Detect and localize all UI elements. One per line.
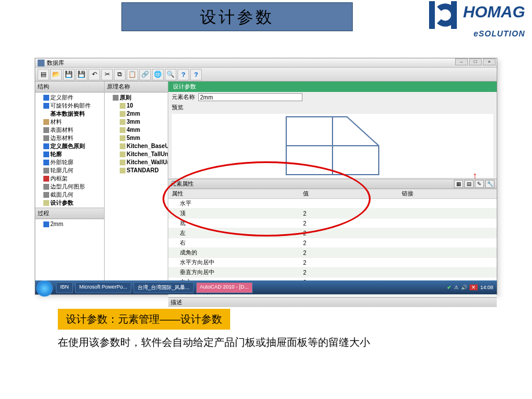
link-icon[interactable]: 🔗 [139,69,151,80]
start-button[interactable] [36,280,53,297]
preview-label: 预览 [172,104,183,112]
tree-item[interactable]: 边型几何图形 [43,183,103,191]
help2-icon[interactable]: ? [190,69,202,80]
tree-item[interactable]: 10 [120,102,167,110]
paste-icon[interactable]: 📋 [127,69,138,80]
maximize-button[interactable]: □ [469,58,482,65]
tree-item[interactable]: 可旋转外购部件 [43,102,103,110]
help-icon[interactable]: ? [178,69,189,80]
grid-btn-1[interactable]: ▦ [454,180,463,188]
tree-item[interactable]: 设计参数 [43,199,103,207]
tree-icon [43,127,49,133]
slide-description: 在使用该参数时，软件会自动给定产品门板或抽屉面板等的留缝大小 [58,335,370,349]
homag-logo-icon [429,1,457,29]
tree-item[interactable]: 外部轮廓 [43,158,103,167]
tree-icon [43,111,49,117]
tree-item[interactable]: STANDARD [120,167,167,175]
tree-item[interactable]: 轮廓几何 [43,167,103,175]
titlebar: 数据库 – □ × [35,58,497,68]
tree-item[interactable]: 截面几何 [43,191,103,199]
structure-tree[interactable]: 定义部件可旋转外购部件基本数据资料材料表面材料边形材料定义颜色原则轮廓外部轮廓轮… [35,93,104,208]
tree-icon [43,135,49,141]
tree-root[interactable]: 原则102mm3mm4mm5mmKitchen_BaseUnitsKitchen… [113,94,167,175]
new-icon[interactable]: ▤ [38,69,49,80]
design-param-tab[interactable]: 设计参数 [168,82,497,92]
tree-icon [43,176,49,182]
element-name-input[interactable] [198,93,302,101]
taskbar: IBNMicrosoft PowerPo...台湾_台湾国际_风暴...Auto… [35,280,497,294]
grid-btn-3[interactable]: ✎ [475,180,484,188]
tray-close-icon: ✕ [470,285,478,290]
tree-icon [43,95,49,101]
close-button[interactable]: × [483,58,496,65]
tree-item[interactable]: 定义部件 [43,94,103,102]
rule-tree[interactable]: 原则102mm3mm4mm5mmKitchen_BaseUnitsKitchen… [105,93,168,294]
desc-header: 描述 [168,297,497,307]
tray-check-icon: ✔ [447,285,452,290]
tree-item[interactable]: 2mm [43,220,103,228]
undo-icon[interactable]: ↶ [88,69,100,80]
taskbar-app[interactable]: AutoCAD 2010 - [D... [196,282,253,293]
table-row[interactable]: 右2 [168,238,497,248]
table-row[interactable]: 左2 [168,228,497,238]
middle-column: 原理名称 原则102mm3mm4mm5mmKitchen_BaseUnitsKi… [105,82,168,294]
tree-item[interactable]: 3mm [120,118,167,126]
tree-item[interactable]: 定义颜色原则 [43,142,103,150]
toolbar: ▤ 📂 💾 💾 ↶ ✂ ⧉ 📋 🔗 🌐 🔍 ? ? [35,68,497,82]
table-row[interactable]: 水平方向居中2 [168,258,497,268]
slide-title: 设计参数 [121,2,353,31]
app-icon [38,60,45,66]
tree-icon [120,135,125,141]
tree-item[interactable]: 2mm [120,110,167,118]
system-tray[interactable]: ✔ ⚠ 🔊 ✕ 14:08 [447,285,497,290]
tree-item[interactable]: 基本数据资料 [43,110,103,118]
preview-shape-icon [283,114,382,178]
search-icon[interactable]: 🔍 [165,69,176,80]
world-icon[interactable]: 🌐 [152,69,164,80]
table-row[interactable]: 垂直方向居中2 [168,268,497,278]
saveall-icon[interactable]: 💾 [76,69,87,80]
tree-icon [43,119,49,125]
minimize-button[interactable]: – [455,58,468,65]
yellow-box: 设计参数：元素管理——设计参数 [58,309,230,330]
tree-item[interactable]: 材料 [43,118,103,126]
tree-icon [43,168,49,173]
right-column: 设计参数 元素名称 预览 ↑ 元素属性 ▦ ▤ ✎ 🔧 [168,82,497,294]
tree-icon [43,152,49,157]
table-row[interactable]: 顶2 [168,209,497,219]
tree-item[interactable]: 内框架 [43,175,103,183]
tree-item[interactable]: 轮廓 [43,150,103,158]
col-value: 值 [300,189,398,199]
open-icon[interactable]: 📂 [50,69,62,80]
taskbar-app[interactable]: IBN [56,282,73,293]
tree-icon [120,152,125,157]
tree-item[interactable]: 边形材料 [43,134,103,142]
copy-icon[interactable]: ⧉ [114,69,125,80]
table-row[interactable]: 底2 [168,219,497,228]
preview-area: ↑ [172,114,493,178]
taskbar-app[interactable]: Microsoft PowerPo... [75,282,131,293]
table-row[interactable]: 水平 [168,199,497,209]
red-arrow-icon: ↑ [472,171,477,181]
tree-icon [120,127,125,133]
tree-item[interactable]: Kitchen_BaseUnits [120,142,167,150]
cut-icon[interactable]: ✂ [101,69,113,80]
props-header: 元素属性 ▦ ▤ ✎ 🔧 [168,179,497,189]
brand-sub: eSOLUTION [429,29,525,38]
grid-btn-2[interactable]: ▤ [464,180,474,188]
tree-icon [43,221,49,227]
col-link: 链接 [398,189,497,199]
save-icon[interactable]: 💾 [63,69,75,80]
window-title: 数据库 [47,59,64,67]
tree-item[interactable]: 4mm [120,126,167,134]
tray-vol-icon: 🔊 [461,285,467,290]
tree-item[interactable]: 5mm [120,134,167,142]
tree-icon [43,192,49,198]
tree-item[interactable]: 表面材料 [43,126,103,134]
taskbar-app[interactable]: 台湾_台湾国际_风暴... [134,282,194,293]
table-row[interactable]: 成角的2 [168,248,497,258]
grid-btn-4[interactable]: 🔧 [485,180,494,188]
tree-item[interactable]: Kitchen_WallUnits [120,158,167,167]
tree-item[interactable]: Kitchen_TallUnits [120,150,167,158]
left-column: 结构 定义部件可旋转外购部件基本数据资料材料表面材料边形材料定义颜色原则轮廓外部… [35,82,105,294]
